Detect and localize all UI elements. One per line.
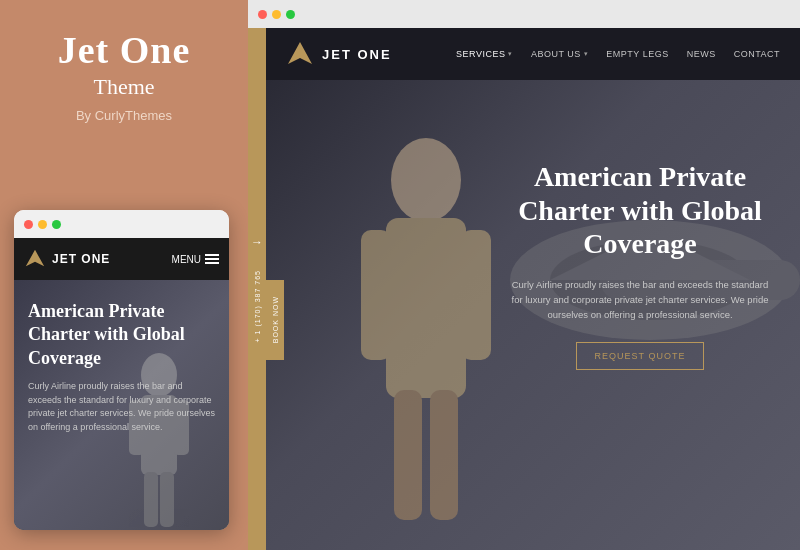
hamburger-icon [205,254,219,264]
desktop-logo: JET ONE [286,40,392,68]
brand-subtitle: Theme [93,74,154,100]
svg-point-8 [391,138,461,222]
nav-link-contact[interactable]: CONTACT [734,49,780,59]
sidebar-arrow-icon: → [251,235,263,250]
mobile-logo-text: JET ONE [52,252,110,266]
mobile-hero-title: American Private Charter with Global Cov… [28,300,215,370]
desktop-hero-person [346,130,506,550]
svg-rect-12 [394,390,422,520]
svg-marker-7 [288,42,312,64]
dot-green [52,220,61,229]
mobile-hero: American Private Charter with Global Cov… [14,280,229,530]
hero-title: American Private Charter with Global Cov… [510,160,770,261]
book-now-text: BOOK NOW [272,296,279,343]
hero-body: Curly Airline proudly raises the bar and… [510,277,770,323]
desktop-dot-red [258,10,267,19]
dot-yellow [38,220,47,229]
desktop-content: JET ONE SERVICES ▾ ABOUT US ▾ EMPTY LEGS… [266,28,800,550]
sidebar-strip: → + 1 (170) 387 765 [248,28,266,550]
sidebar-phone-number: + 1 (170) 387 765 [254,270,261,342]
svg-rect-6 [160,472,174,527]
desktop-dot-green [286,10,295,19]
mobile-nav: JET ONE MENU [14,238,229,280]
desktop-dot-yellow [272,10,281,19]
nav-link-services[interactable]: SERVICES ▾ [456,49,513,59]
brand-title: Jet One [58,30,191,72]
mobile-mockup: JET ONE MENU [14,210,229,530]
svg-rect-10 [361,230,391,360]
right-panel: → + 1 (170) 387 765 JET ONE SERVICES ▾ A… [248,0,800,550]
nav-link-empty-legs[interactable]: EMPTY LEGS [606,49,668,59]
desktop-nav: JET ONE SERVICES ▾ ABOUT US ▾ EMPTY LEGS… [266,28,800,80]
request-quote-button[interactable]: REQUEST QUOTE [576,342,705,370]
mobile-hero-body: Curly Airline proudly raises the bar and… [28,380,215,434]
mobile-logo-icon [24,248,46,270]
left-panel: Jet One Theme By CurlyThemes JET ONE MEN… [0,0,248,550]
svg-rect-9 [386,218,466,398]
svg-marker-0 [26,250,44,267]
desktop-logo-text: JET ONE [322,47,392,62]
desktop-logo-icon [286,40,314,68]
dot-red [24,220,33,229]
mobile-window-controls [14,210,229,238]
browser-window-controls [248,0,800,28]
mobile-hero-content: American Private Charter with Global Cov… [28,300,215,434]
svg-rect-5 [144,472,158,527]
mobile-logo: JET ONE [24,248,110,270]
desktop-hero: BOOK NOW American Private Charter with G… [266,80,800,550]
mobile-menu-label: MENU [172,254,201,265]
brand-by: By CurlyThemes [76,108,172,123]
desktop-hero-text: American Private Charter with Global Cov… [510,160,770,370]
svg-rect-11 [461,230,491,360]
desktop-nav-links: SERVICES ▾ ABOUT US ▾ EMPTY LEGS NEWS CO… [456,49,780,59]
svg-rect-13 [430,390,458,520]
book-now-strip[interactable]: BOOK NOW [266,280,284,360]
mobile-menu-button[interactable]: MENU [172,254,219,265]
nav-link-about[interactable]: ABOUT US ▾ [531,49,588,59]
nav-link-news[interactable]: NEWS [687,49,716,59]
